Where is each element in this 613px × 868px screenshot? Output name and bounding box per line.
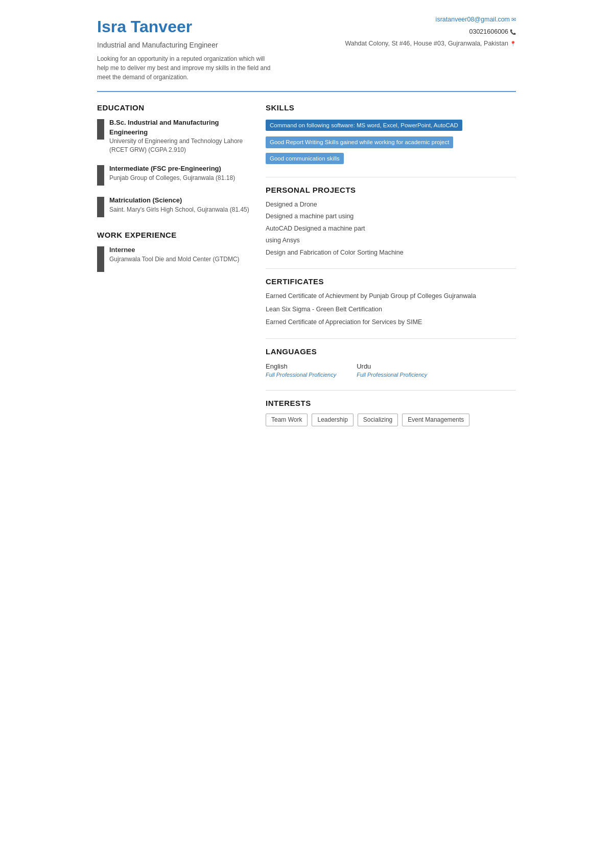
interest-tag-1: Team Work xyxy=(266,414,308,426)
candidate-title: Industrial and Manufacturing Engineer xyxy=(97,40,345,51)
interests-tags-container: Team Work Leadership Socializing Event M… xyxy=(266,414,516,426)
education-section: EDUCATION B.Sc. Industrial and Manufactu… xyxy=(97,102,250,217)
skills-title: SKILLS xyxy=(266,102,516,113)
resume-page: Isra Tanveer Industrial and Manufacturin… xyxy=(77,0,536,453)
interests-section: INTERESTS Team Work Leadership Socializi… xyxy=(266,398,516,426)
edu-content-1: B.Sc. Industrial and Manufacturing Engin… xyxy=(109,118,250,154)
edu-content-3: Matriculation (Science) Saint. Mary's Gi… xyxy=(109,196,249,214)
company-1: Gujranwala Tool Die and Mold Center (GTD… xyxy=(109,255,240,264)
education-item-3: Matriculation (Science) Saint. Mary's Gi… xyxy=(97,196,250,217)
phone-number: 03021606006 xyxy=(345,28,516,37)
job-title-1: Internee xyxy=(109,245,240,255)
project-item-5: Design and Fabrication of Color Sorting … xyxy=(266,248,516,258)
degree-3: Matriculation (Science) xyxy=(109,196,249,205)
cert-item-3: Earned Certificate of Appreciation for S… xyxy=(266,318,516,327)
cert-item-2: Lean Six Sigma - Green Belt Certificatio… xyxy=(266,305,516,314)
interest-tag-4: Event Managements xyxy=(402,414,469,426)
edu-marker-2 xyxy=(97,165,104,186)
work-marker-1 xyxy=(97,246,104,272)
lang-name-english: English xyxy=(266,362,336,371)
work-experience-section: WORK EXPERIENCE Internee Gujranwala Tool… xyxy=(97,230,250,272)
institution-2: Punjab Group of Colleges, Gujranwala (81… xyxy=(109,174,235,182)
candidate-name: Isra Tanveer xyxy=(97,15,345,38)
skill-tag-1: Command on following software: MS word, … xyxy=(266,120,462,131)
interest-tag-2: Leadership xyxy=(312,414,353,426)
institution-1: University of Engineering and Technology… xyxy=(109,137,250,154)
divider-projects-certs xyxy=(266,268,516,269)
header: Isra Tanveer Industrial and Manufacturin… xyxy=(97,15,516,92)
interests-title: INTERESTS xyxy=(266,398,516,408)
lang-name-urdu: Urdu xyxy=(357,362,427,371)
divider-certs-lang xyxy=(266,338,516,339)
project-item-3: AutoCAD Designed a machine part xyxy=(266,224,516,234)
edu-marker-1 xyxy=(97,119,104,140)
language-english: English Full Professional Proficiency xyxy=(266,362,336,379)
header-left: Isra Tanveer Industrial and Manufacturin… xyxy=(97,15,345,82)
education-item-2: Intermediate (FSC pre-Engineering) Punja… xyxy=(97,164,250,186)
divider-lang-interests xyxy=(266,390,516,391)
project-item-2: Designed a machine part using xyxy=(266,212,516,221)
work-content-1: Internee Gujranwala Tool Die and Mold Ce… xyxy=(109,245,240,272)
institution-3: Saint. Mary's Girls High School, Gujranw… xyxy=(109,205,249,214)
right-column: SKILLS Command on following software: MS… xyxy=(266,102,516,438)
address-text: Wahdat Colony, St #46, House #03, Gujran… xyxy=(345,39,516,49)
personal-projects-section: PERSONAL PROJECTS Designed a Drone Desig… xyxy=(266,185,516,258)
work-item-1: Internee Gujranwala Tool Die and Mold Ce… xyxy=(97,245,250,272)
certificates-section: CERTIFICATES Earned Certificate of Achie… xyxy=(266,276,516,327)
objective-text: Looking for an opportunity in a reputed … xyxy=(97,54,271,82)
languages-title: LANGUAGES xyxy=(266,346,516,357)
certificates-title: CERTIFICATES xyxy=(266,276,516,287)
left-column: EDUCATION B.Sc. Industrial and Manufactu… xyxy=(97,102,250,438)
languages-grid: English Full Professional Proficiency Ur… xyxy=(266,362,516,379)
skills-section: SKILLS Command on following software: MS… xyxy=(266,102,516,165)
lang-level-urdu: Full Professional Proficiency xyxy=(357,371,427,379)
languages-section: LANGUAGES English Full Professional Prof… xyxy=(266,346,516,379)
skill-tag-2: Good Report Writing Skills gained while … xyxy=(266,136,453,148)
edu-content-2: Intermediate (FSC pre-Engineering) Punja… xyxy=(109,164,235,182)
education-item-1: B.Sc. Industrial and Manufacturing Engin… xyxy=(97,118,250,154)
divider-skills-projects xyxy=(266,177,516,177)
work-experience-title: WORK EXPERIENCE xyxy=(97,230,250,240)
body-columns: EDUCATION B.Sc. Industrial and Manufactu… xyxy=(97,102,516,438)
header-right: isratanveer08@gmail.com 03021606006 Wahd… xyxy=(345,15,516,49)
lang-level-english: Full Professional Proficiency xyxy=(266,371,336,379)
edu-marker-3 xyxy=(97,197,104,217)
interest-tag-3: Socializing xyxy=(358,414,398,426)
degree-2: Intermediate (FSC pre-Engineering) xyxy=(109,164,235,173)
email-address[interactable]: isratanveer08@gmail.com xyxy=(345,15,516,25)
project-item-4: using Ansys xyxy=(266,236,516,245)
cert-item-1: Earned Certificate of Achievment by Punj… xyxy=(266,292,516,301)
education-title: EDUCATION xyxy=(97,102,250,113)
project-item-1: Designed a Drone xyxy=(266,200,516,210)
skill-tag-3: Good communication skills xyxy=(266,153,344,164)
language-urdu: Urdu Full Professional Proficiency xyxy=(357,362,427,379)
degree-1: B.Sc. Industrial and Manufacturing Engin… xyxy=(109,118,250,136)
projects-title: PERSONAL PROJECTS xyxy=(266,185,516,195)
